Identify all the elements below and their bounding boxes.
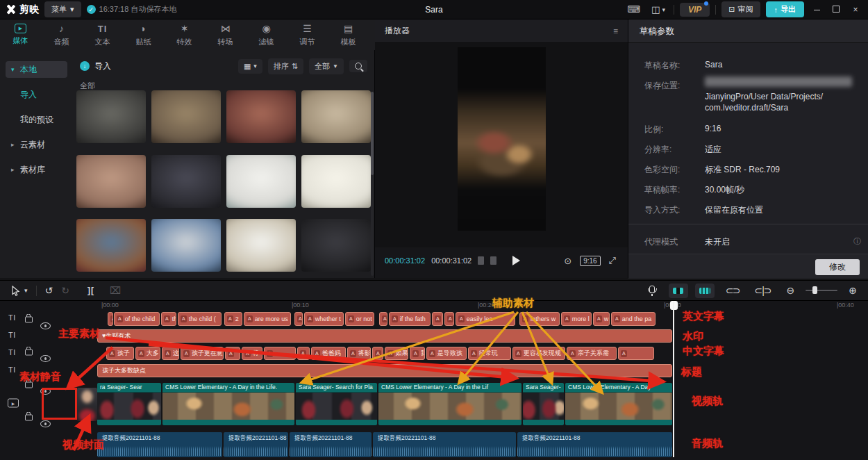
chinese-subtitle-clip[interactable]: A经常玩 xyxy=(468,347,511,360)
tab-filter[interactable]: ◉滤镜 xyxy=(246,23,287,47)
modify-button[interactable]: 修改 xyxy=(815,259,860,275)
title-clip[interactable]: 孩子大多数缺点 xyxy=(97,364,672,377)
tab-transition[interactable]: ⋈转场 xyxy=(205,23,246,47)
frame-list-icon[interactable] xyxy=(490,256,496,265)
tab-wenben[interactable]: TI文本 xyxy=(82,23,123,47)
video-cover-thumbnail[interactable] xyxy=(77,388,97,421)
close-button[interactable]: × xyxy=(849,5,862,15)
media-thumbnail[interactable] xyxy=(76,90,146,143)
play-button[interactable] xyxy=(512,256,520,265)
audio-clip[interactable]: 提取音频20221101-88 xyxy=(224,432,288,457)
chinese-subtitle-clip[interactable]: A xyxy=(372,347,383,360)
shortcut-keyboard-button[interactable]: ⌨ xyxy=(624,3,643,16)
english-subtitle-clip[interactable]: A xyxy=(444,312,454,326)
import-button[interactable]: ↓ 导入 xyxy=(80,60,111,72)
menu-button[interactable]: 菜单 ▾ xyxy=(44,1,81,17)
search-button[interactable] xyxy=(349,60,367,72)
view-mode-button[interactable]: ▦ ▾ xyxy=(238,59,262,74)
tab-template[interactable]: ▤模板 xyxy=(328,23,369,47)
frame-list-icon[interactable] xyxy=(478,256,484,265)
lock-icon[interactable] xyxy=(25,350,33,356)
english-subtitle-clip[interactable]: A xyxy=(108,312,113,326)
english-subtitle-clip[interactable]: A xyxy=(294,312,303,326)
chinese-subtitle-clip[interactable]: A更容易发现规 xyxy=(512,347,565,360)
audio-clip[interactable]: 提取音频20221101-88 xyxy=(97,432,222,457)
sidebar-item-local[interactable]: ▾本地 xyxy=(6,61,67,78)
english-subtitle-clip[interactable]: Ath xyxy=(432,312,443,326)
english-subtitle-clip[interactable]: Aand the pa xyxy=(611,312,656,326)
lock-icon[interactable] xyxy=(25,415,33,421)
chinese-subtitle-clip[interactable]: A如果 xyxy=(385,347,408,360)
zoom-out-button[interactable]: ⊖ xyxy=(783,285,799,296)
select-tool-button[interactable] xyxy=(7,286,24,296)
info-icon[interactable]: ⓘ xyxy=(853,236,861,247)
chinese-subtitle-clip[interactable]: A爸爸妈 xyxy=(311,347,346,360)
media-scrollbar[interactable] xyxy=(371,92,374,276)
english-subtitle-clip[interactable]: Aw xyxy=(593,312,610,326)
layout-switch-button[interactable]: ◫ ▾ xyxy=(649,3,668,16)
audio-clip[interactable]: 提取音频20221101-88 xyxy=(373,432,516,457)
chinese-subtitle-clip[interactable]: A xyxy=(264,347,296,360)
link-button[interactable]: ⊂⊃ xyxy=(721,285,743,296)
media-thumbnail[interactable] xyxy=(226,155,296,208)
chinese-subtitle-clip[interactable]: A孩子更在意 xyxy=(181,347,224,360)
vip-button[interactable]: VIP xyxy=(680,3,710,17)
english-subtitle-clip[interactable]: Aof the child xyxy=(114,312,160,326)
tab-media[interactable]: ▶媒体 xyxy=(0,24,41,46)
english-subtitle-clip[interactable]: Aeasily lea xyxy=(456,312,515,326)
sidebar-item-cloud[interactable]: ▸云素材 xyxy=(6,136,67,153)
media-thumbnail[interactable] xyxy=(301,90,371,143)
player-menu-icon[interactable]: ≡ xyxy=(613,26,618,36)
chinese-subtitle-clip[interactable]: A将 xyxy=(242,347,262,360)
auto-snap-button[interactable] xyxy=(695,284,715,298)
timeline-zoom-slider[interactable] xyxy=(806,290,837,291)
chinese-subtitle-clip[interactable]: A将影 xyxy=(347,347,371,360)
media-thumbnail[interactable] xyxy=(151,219,221,272)
video-clip[interactable]: CMS Lower Elementary - A Day in the Life… xyxy=(162,383,294,425)
english-subtitle-clip[interactable]: Afathers w xyxy=(519,312,560,326)
lock-icon[interactable] xyxy=(25,317,33,323)
preview-quality-button[interactable]: ⊙ xyxy=(562,256,574,266)
split-button[interactable]: ][ xyxy=(83,286,99,295)
english-subtitle-clip[interactable]: Aif the fath xyxy=(389,312,431,326)
sort-button[interactable]: 排序 ⇅ xyxy=(268,58,303,74)
video-preview[interactable] xyxy=(458,47,546,231)
redo-button[interactable]: ↻ xyxy=(57,285,74,296)
filter-button[interactable]: 全部 ▼ xyxy=(309,58,344,74)
media-thumbnail[interactable] xyxy=(301,155,371,208)
media-thumbnail[interactable] xyxy=(76,155,146,208)
video-clip[interactable]: ra Seager- Sear xyxy=(97,383,161,425)
zoom-in-button[interactable]: ⊕ xyxy=(844,285,861,296)
main-track-magnet-button[interactable] xyxy=(669,284,688,298)
english-subtitle-clip[interactable]: Athe child ( xyxy=(178,312,222,326)
chinese-subtitle-clip[interactable]: A我 xyxy=(410,347,425,360)
chinese-subtitle-clip[interactable]: A大多 xyxy=(135,347,160,360)
english-subtitle-clip[interactable]: Amore l xyxy=(561,312,592,326)
tab-audio[interactable]: ♪音频 xyxy=(41,23,82,47)
tab-sticker[interactable]: ◗贴纸 xyxy=(123,23,164,47)
record-voiceover-button[interactable] xyxy=(642,286,662,296)
sidebar-item-presets[interactable]: 我的预设 xyxy=(6,111,67,128)
tool-dropdown-button[interactable]: ▾ xyxy=(24,287,32,294)
delete-button[interactable]: ⌧ xyxy=(106,285,125,296)
chinese-subtitle-clip[interactable]: A xyxy=(297,347,310,360)
sidebar-item-library[interactable]: ▸素材库 xyxy=(6,161,67,178)
video-clip[interactable]: CMS Lower Elementary - A Day xyxy=(565,383,672,425)
chinese-subtitle-clip[interactable]: A xyxy=(618,347,654,360)
english-subtitle-clip[interactable]: Ath xyxy=(161,312,176,326)
playhead-line[interactable] xyxy=(673,301,674,457)
visibility-icon[interactable] xyxy=(40,420,51,427)
fullscreen-button[interactable]: ⤢ xyxy=(607,255,618,266)
english-subtitle-clip[interactable]: Aor not xyxy=(345,312,374,326)
aspect-ratio-button[interactable]: 9:16 xyxy=(580,256,600,266)
sidebar-item-import[interactable]: 导入 xyxy=(6,86,67,103)
video-clip[interactable]: CMS Lower Elementary - A Day in the Lif xyxy=(378,383,521,425)
media-thumbnail[interactable] xyxy=(151,155,221,208)
english-subtitle-clip[interactable]: A2 xyxy=(224,312,242,326)
tab-effect[interactable]: ✶特效 xyxy=(164,23,205,47)
chinese-subtitle-clip[interactable]: A孩子 xyxy=(106,347,134,360)
chinese-subtitle-clip[interactable]: A亲子关系需 xyxy=(567,347,617,360)
media-thumbnail[interactable] xyxy=(301,219,371,272)
restore-button[interactable] xyxy=(829,5,843,15)
audio-clip[interactable]: 提取音频20221101-88 xyxy=(517,432,672,457)
